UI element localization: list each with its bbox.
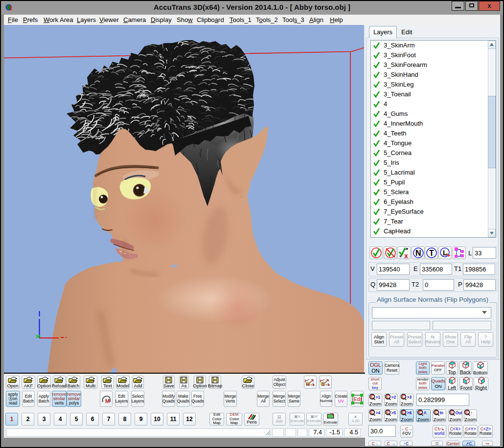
svg-text:Edit: Edit bbox=[354, 397, 362, 402]
svg-text:>5: >5 bbox=[391, 410, 396, 415]
svg-text:C: C bbox=[386, 394, 389, 400]
svg-text:C: C bbox=[370, 394, 374, 400]
svg-text:C: C bbox=[418, 410, 422, 415]
svg-text:x: x bbox=[404, 252, 408, 259]
svg-text:C: C bbox=[435, 410, 438, 415]
svg-text:Out: Out bbox=[456, 410, 462, 415]
svg-text:>1: >1 bbox=[375, 395, 380, 400]
svg-text:C: C bbox=[386, 410, 389, 415]
svg-text:>4: >4 bbox=[375, 410, 380, 415]
svg-text:>2: >2 bbox=[391, 395, 396, 400]
svg-text:C: C bbox=[450, 410, 454, 415]
svg-text:A: A bbox=[423, 410, 426, 415]
svg-text:In: In bbox=[439, 410, 443, 415]
svg-text:N: N bbox=[415, 249, 421, 257]
svg-text:H: H bbox=[306, 382, 310, 386]
svg-text:C: C bbox=[402, 394, 405, 400]
svg-text:M: M bbox=[105, 398, 110, 404]
svg-text:↕: ↕ bbox=[471, 410, 473, 415]
svg-text:L: L bbox=[443, 249, 447, 257]
svg-text:C: C bbox=[370, 410, 374, 415]
svg-text:S: S bbox=[321, 382, 324, 386]
svg-text:T: T bbox=[429, 249, 434, 257]
svg-text:C: C bbox=[402, 410, 405, 415]
svg-text:>6: >6 bbox=[407, 410, 412, 415]
svg-text:C: C bbox=[465, 410, 469, 415]
svg-text:>3: >3 bbox=[407, 395, 412, 400]
